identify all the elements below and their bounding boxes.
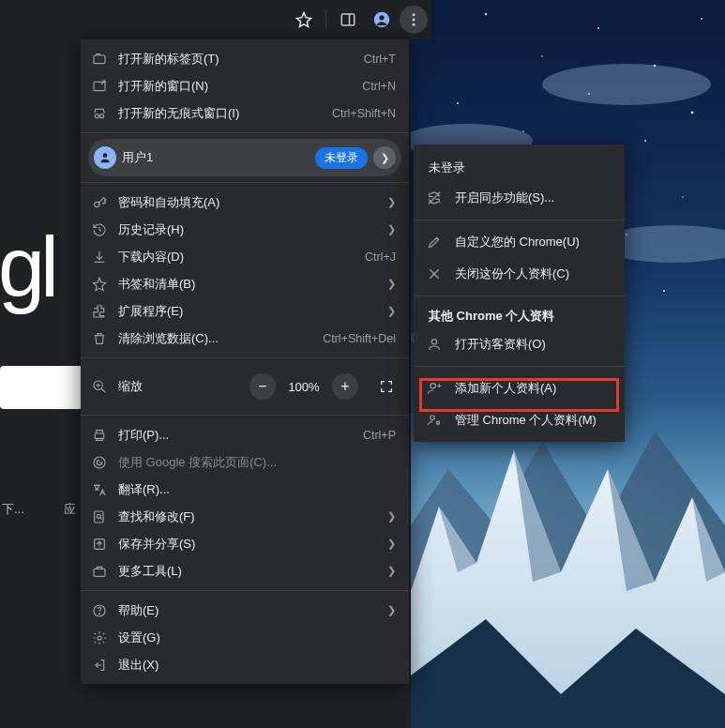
chevron-right-icon: ❯ — [383, 538, 396, 550]
svg-point-27 — [379, 15, 384, 20]
bookmark-star-icon[interactable] — [288, 6, 320, 34]
menu-label: 自定义您的 Chrome(U) — [455, 234, 613, 250]
exit-icon — [81, 658, 118, 673]
submenu-sync[interactable]: 开启同步功能(S)... — [414, 182, 625, 214]
menu-shortcut: Ctrl+Shift+Del — [323, 332, 396, 345]
svg-point-50 — [430, 416, 435, 420]
toolbox-icon — [81, 564, 118, 579]
menu-user-profile[interactable]: 用户1 未登录 ❯ — [88, 139, 401, 176]
menu-google-search[interactable]: 使用 Google 搜索此页面(C)... — [81, 448, 409, 476]
menu-shortcut: Ctrl+J — [365, 250, 396, 264]
guest-icon — [414, 337, 455, 352]
menu-exit[interactable]: 退出(X) — [81, 651, 409, 678]
menu-history[interactable]: 历史记录(H) ❯ — [81, 216, 409, 243]
menu-translate[interactable]: 翻译(R)... — [81, 476, 409, 503]
menu-downloads[interactable]: 下载内容(D) Ctrl+J — [81, 243, 409, 270]
menu-print[interactable]: 打印(P)... Ctrl+P — [81, 421, 409, 448]
menu-bookmarks[interactable]: 书签和清单(B) ❯ — [81, 270, 409, 297]
menu-help[interactable]: 帮助(E) ❯ — [81, 597, 409, 624]
svg-point-2 — [485, 13, 487, 15]
menu-separator — [414, 296, 625, 296]
svg-point-6 — [701, 18, 702, 20]
submenu-add-profile[interactable]: 添加新个人资料(A) — [414, 372, 625, 404]
menu-label: 添加新个人资料(A) — [455, 380, 613, 397]
menu-shortcut: Ctrl+T — [364, 53, 396, 66]
svg-point-11 — [691, 112, 694, 114]
menu-more-tools[interactable]: 更多工具(L) ❯ — [81, 557, 409, 584]
chevron-right-icon: ❯ — [383, 223, 396, 235]
trash-icon — [81, 331, 118, 346]
menu-zoom: 缩放 − 100% + — [81, 364, 409, 409]
more-menu-icon[interactable] — [400, 6, 428, 34]
menu-label: 打开新的窗口(N) — [118, 78, 355, 95]
chevron-right-icon: ❯ — [383, 305, 396, 317]
menu-label: 翻译(R)... — [118, 481, 396, 498]
menu-label: 设置(G) — [118, 629, 396, 646]
menu-save-share[interactable]: 保存并分享(S) ❯ — [81, 530, 409, 557]
key-icon — [81, 195, 118, 210]
submenu-title: 未登录 — [414, 150, 625, 182]
svg-rect-40 — [95, 511, 103, 523]
browser-toolbar — [0, 0, 431, 39]
menu-label: 查找和修改(F) — [118, 508, 383, 525]
menu-extensions[interactable]: 扩展程序(E) ❯ — [81, 297, 409, 325]
chevron-right-icon: ❯ — [383, 278, 396, 290]
submenu-customize[interactable]: 自定义您的 Chrome(U) — [414, 226, 625, 258]
bookmark-icon — [81, 277, 118, 292]
svg-point-33 — [95, 114, 98, 117]
menu-separator — [81, 415, 409, 416]
zoom-icon — [81, 379, 118, 394]
menu-label: 密码和自动填充(A) — [118, 194, 383, 211]
svg-point-34 — [100, 114, 104, 117]
menu-label: 打印(P)... — [118, 427, 355, 444]
chevron-right-icon: ❯ — [383, 510, 396, 523]
profile-avatar-icon[interactable] — [366, 6, 398, 34]
svg-point-28 — [413, 13, 415, 16]
menu-shortcut: Ctrl+N — [362, 80, 396, 93]
menu-label: 打开新的无痕式窗口(I) — [118, 105, 325, 122]
download-icon — [81, 250, 118, 265]
menu-label: 退出(X) — [118, 657, 396, 674]
menu-separator — [414, 220, 625, 220]
submenu-close-profile[interactable]: 关闭这份个人资料(C) — [414, 258, 625, 290]
menu-find[interactable]: 查找和修改(F) ❯ — [81, 503, 409, 530]
menu-label: 下载内容(D) — [118, 249, 357, 265]
svg-rect-31 — [94, 55, 105, 64]
menu-label: 管理 Chrome 个人资料(M) — [455, 412, 613, 429]
window-icon — [81, 79, 118, 94]
submenu-guest[interactable]: 打开访客资料(O) — [414, 328, 625, 360]
people-settings-icon — [414, 413, 455, 428]
submenu-manage-profiles[interactable]: 管理 Chrome 个人资料(M) — [414, 404, 625, 436]
menu-clear-data[interactable]: 清除浏览数据(C)... Ctrl+Shift+Del — [81, 325, 409, 352]
menu-new-window[interactable]: 打开新的窗口(N) Ctrl+N — [81, 72, 409, 99]
menu-label: 打开访客资料(O) — [455, 336, 613, 353]
zoom-out-button[interactable]: − — [249, 373, 276, 400]
incognito-icon — [81, 106, 118, 121]
zoom-in-button[interactable]: + — [332, 373, 358, 400]
menu-label: 保存并分享(S) — [118, 536, 383, 553]
svg-point-45 — [98, 613, 99, 614]
side-panel-icon[interactable] — [332, 6, 364, 34]
svg-rect-43 — [94, 569, 105, 576]
menu-passwords[interactable]: 密码和自动填充(A) ❯ — [81, 189, 409, 216]
menu-separator — [81, 357, 409, 358]
profile-submenu: 未登录 开启同步功能(S)... 自定义您的 Chrome(U) 关闭这份个人资… — [414, 144, 625, 442]
bg-text: 应 — [64, 501, 76, 518]
svg-rect-38 — [95, 433, 103, 438]
user-avatar — [88, 146, 122, 169]
svg-rect-24 — [341, 14, 355, 25]
chrome-main-menu: 打开新的标签页(T) Ctrl+T 打开新的窗口(N) Ctrl+N 打开新的无… — [81, 39, 409, 684]
share-icon — [81, 537, 118, 552]
submenu-section-header: 其他 Chrome 个人资料 — [414, 302, 625, 328]
chevron-right-icon: ❯ — [383, 604, 396, 616]
fullscreen-button[interactable] — [373, 373, 400, 400]
menu-settings[interactable]: 设置(G) — [81, 624, 409, 651]
history-icon — [81, 222, 118, 237]
menu-shortcut: Ctrl+Shift+N — [332, 107, 396, 120]
menu-separator — [81, 182, 409, 183]
menu-incognito[interactable]: 打开新的无痕式窗口(I) Ctrl+Shift+N — [81, 99, 409, 127]
menu-new-tab[interactable]: 打开新的标签页(T) Ctrl+T — [81, 45, 409, 72]
menu-label: 打开新的标签页(T) — [118, 51, 356, 68]
menu-label: 书签和清单(B) — [118, 276, 383, 293]
svg-point-46 — [98, 636, 101, 640]
